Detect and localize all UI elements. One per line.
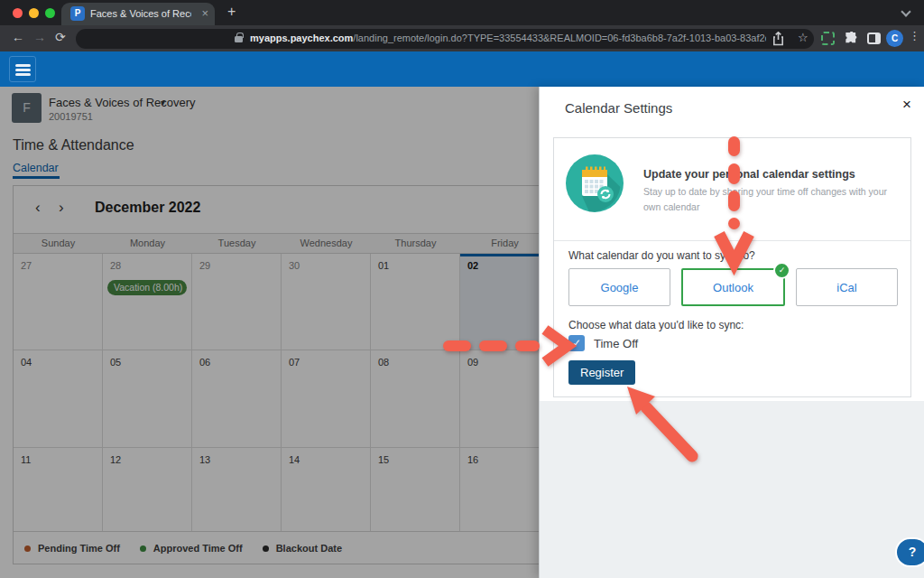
browser-toolbar: ← → ⟳ myapps.paychex.com/landing_remote/… (0, 25, 924, 51)
extensions-puzzle-icon[interactable] (844, 32, 857, 49)
browser-menu-kebab-icon[interactable]: ⋮ (909, 29, 920, 42)
traffic-light-close[interactable] (13, 8, 23, 18)
tab-favicon-icon: P (70, 6, 85, 21)
forward-button: → (33, 30, 46, 44)
tab-search-chevron-icon[interactable] (901, 6, 910, 16)
settings-card: Update your personal calendar settings S… (553, 137, 911, 397)
url-text: myapps.paychex.com/landing_remote/login.… (250, 33, 766, 43)
calendar-sync-icon (566, 154, 624, 216)
close-icon[interactable]: × (902, 96, 911, 114)
provider-button-google[interactable]: Google (568, 268, 670, 306)
panel-title: Calendar Settings (565, 100, 672, 116)
provider-button-outlook[interactable]: Outlook✓ (681, 268, 785, 306)
capture-extension-icon[interactable] (821, 32, 835, 45)
screen: P Faces & Voices of Recovery (2 × + ← → … (0, 0, 924, 578)
modal-scrim[interactable] (0, 87, 539, 578)
tab-close-icon[interactable]: × (201, 6, 208, 20)
tab-title: Faces & Voices of Recovery (2 (90, 8, 191, 19)
lock-icon[interactable] (235, 36, 243, 42)
app-header: CA ▾ (0, 51, 924, 87)
reload-button[interactable]: ⟳ (55, 30, 66, 44)
browser-tab[interactable]: P Faces & Voices of Recovery (2 × (61, 3, 215, 25)
register-button[interactable]: Register (568, 360, 635, 385)
side-panel-icon[interactable] (867, 33, 881, 44)
provider-buttons: Google Outlook✓ iCal (568, 268, 898, 306)
browser-profile-avatar[interactable]: C (886, 30, 903, 47)
new-tab-button[interactable]: + (227, 4, 236, 20)
sync-option-row: ✓ Time Off (568, 335, 638, 351)
back-button[interactable]: ← (12, 30, 24, 44)
info-subtitle: Stay up to date by sharing your time off… (643, 184, 906, 215)
provider-button-ical[interactable]: iCal (796, 268, 898, 306)
bookmark-star-icon[interactable]: ☆ (798, 31, 808, 44)
timeoff-label: Time Off (594, 337, 638, 350)
selected-check-badge-icon: ✓ (773, 262, 790, 279)
address-bar[interactable]: myapps.paychex.com/landing_remote/login.… (76, 29, 814, 49)
traffic-light-zoom[interactable] (45, 8, 55, 18)
info-section: Update your personal calendar settings S… (554, 138, 910, 241)
timeoff-checkbox[interactable]: ✓ (568, 335, 585, 351)
hamburger-menu-button[interactable] (9, 56, 36, 82)
info-title: Update your personal calendar settings (643, 168, 903, 181)
panel-lower-area (540, 401, 924, 578)
calendar-settings-panel: Calendar Settings × (539, 87, 924, 578)
sync-question: What calendar do you want to sync to? (568, 249, 755, 262)
data-question: Choose what data you'd like to sync: (568, 319, 744, 331)
help-button[interactable]: ? (895, 537, 924, 567)
browser-tabstrip: P Faces & Voices of Recovery (2 × + (0, 0, 924, 25)
share-icon[interactable] (772, 32, 784, 50)
traffic-light-minimize[interactable] (29, 8, 39, 18)
